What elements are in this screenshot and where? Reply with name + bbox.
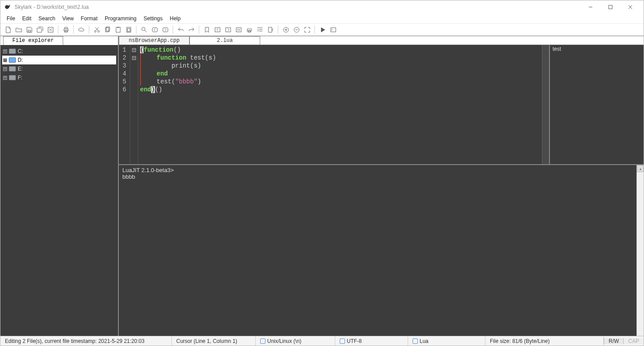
code-line[interactable]: test("bbbb")	[140, 78, 540, 86]
close-button[interactable]	[620, 0, 640, 14]
console-output[interactable]: LuaJIT 2.1.0-beta3> bbbb	[119, 165, 636, 336]
menu-view[interactable]: View	[59, 15, 77, 23]
expand-icon[interactable]: +	[3, 76, 7, 80]
svg-line-22	[144, 30, 147, 32]
drive-icon	[9, 75, 16, 80]
print-icon[interactable]	[61, 25, 71, 34]
line-number: 6	[120, 86, 126, 94]
bookmark-icon[interactable]	[202, 25, 212, 34]
code-line[interactable]: (function()	[140, 46, 540, 54]
expand-icon[interactable]: +	[3, 58, 7, 62]
goto-prev-icon[interactable]	[212, 25, 222, 34]
svg-point-12	[98, 30, 99, 32]
console-scrollbar[interactable]: ▴	[636, 165, 644, 336]
drive-item-f[interactable]: +F:	[2, 73, 116, 82]
toolbar-separator	[89, 26, 89, 34]
status-rw-button[interactable]: R/W	[604, 338, 623, 344]
menu-format[interactable]: Format	[77, 15, 101, 23]
lang-icon	[413, 338, 418, 344]
toolbar-separator	[278, 26, 278, 34]
scroll-up-icon[interactable]: ▴	[637, 165, 644, 172]
status-eol[interactable]: Unix/Linux (\n)	[256, 336, 335, 346]
menu-programming[interactable]: Programming	[101, 15, 140, 23]
line-number: 1	[120, 46, 126, 54]
svg-rect-17	[116, 27, 120, 32]
paste-icon[interactable]	[113, 25, 123, 34]
window-title: Skylark - D:\works\txt_text\2.lua	[15, 4, 580, 10]
status-filesize: File size: 81/6 (Byte/Line)	[485, 336, 604, 346]
drive-icon	[9, 57, 16, 63]
fold-toggle-icon[interactable]: −	[132, 56, 136, 60]
undo-icon[interactable]	[176, 25, 186, 34]
save-all-icon[interactable]	[35, 25, 45, 34]
menu-edit[interactable]: Edit	[19, 15, 35, 23]
svg-point-11	[94, 30, 96, 32]
find-prev-icon[interactable]	[150, 25, 159, 34]
editor-scrollbar[interactable]	[542, 45, 549, 164]
find-icon[interactable]	[139, 25, 149, 34]
drive-item-e[interactable]: +E:	[2, 64, 116, 73]
status-cap-button[interactable]: CAP	[623, 338, 644, 344]
redo-icon[interactable]	[186, 25, 196, 34]
indent-icon[interactable]	[255, 25, 265, 34]
sidebar-tab-file-explorer[interactable]: File explorer	[3, 36, 63, 45]
maximize-button[interactable]	[600, 0, 620, 14]
expand-icon[interactable]: +	[3, 67, 7, 71]
code-line[interactable]: end)()	[140, 86, 540, 94]
code-line[interactable]: end	[140, 70, 540, 78]
svg-rect-4	[28, 30, 30, 32]
goto-next-icon[interactable]	[223, 25, 233, 34]
code-area[interactable]: (function() function test(s) print(s) en…	[138, 45, 542, 164]
drive-icon	[9, 66, 16, 71]
find-next-icon[interactable]	[160, 25, 170, 34]
minimize-button[interactable]	[580, 0, 600, 14]
clipboard-icon[interactable]	[124, 25, 133, 34]
menu-search[interactable]: Search	[35, 15, 59, 23]
line-number: 5	[120, 78, 126, 86]
expand-icon[interactable]: +	[3, 49, 7, 53]
drive-icon	[9, 49, 16, 54]
dedent-icon[interactable]	[265, 25, 275, 34]
code-line[interactable]: print(s)	[140, 62, 540, 70]
svg-rect-25	[215, 27, 220, 31]
run-icon[interactable]	[318, 25, 327, 34]
svg-line-13	[95, 27, 98, 30]
cut-icon[interactable]	[92, 25, 102, 34]
zoom-out-icon[interactable]	[292, 25, 301, 34]
drive-label: E:	[18, 66, 23, 72]
status-encoding[interactable]: UTF-8	[335, 336, 408, 346]
copy-icon[interactable]	[102, 25, 112, 34]
save-icon[interactable]	[24, 25, 34, 34]
outline-item[interactable]: test	[553, 46, 641, 52]
line-number-gutter: 123456	[119, 45, 130, 164]
printer-icon[interactable]	[244, 25, 254, 34]
highlight-icon[interactable]: H	[234, 25, 243, 34]
cloud-icon[interactable]	[76, 25, 86, 34]
drive-item-c[interactable]: +C:	[2, 47, 116, 56]
new-file-icon[interactable]	[3, 25, 13, 34]
svg-rect-9	[64, 27, 67, 29]
terminal-icon[interactable]	[328, 25, 338, 34]
file-tab[interactable]: nsBrowserApp.cpp	[119, 36, 189, 45]
zoom-in-icon[interactable]	[281, 25, 291, 34]
open-file-icon[interactable]	[14, 25, 23, 34]
svg-rect-26	[225, 27, 230, 31]
fold-toggle-icon[interactable]: −	[132, 48, 136, 52]
fold-column[interactable]: −−	[130, 45, 138, 164]
outline-panel[interactable]: test	[549, 45, 644, 164]
status-language[interactable]: Lua	[408, 336, 485, 346]
menu-file[interactable]: File	[3, 15, 19, 23]
toolbar-separator	[73, 26, 74, 34]
code-line[interactable]: function test(s)	[140, 54, 540, 62]
drive-item-d[interactable]: +D:	[2, 56, 116, 64]
fullscreen-icon[interactable]	[302, 25, 312, 34]
code-editor[interactable]: 123456 −− (function() function test(s) p…	[119, 45, 549, 164]
file-tab[interactable]: 2.lua	[189, 36, 260, 45]
toolbar-separator	[314, 26, 315, 34]
menu-help[interactable]: Help	[166, 15, 184, 23]
svg-rect-20	[127, 28, 130, 31]
menu-settings[interactable]: Settings	[140, 15, 166, 23]
close-file-icon[interactable]	[45, 25, 55, 34]
drive-label: D:	[18, 57, 23, 63]
line-number: 4	[120, 70, 126, 78]
